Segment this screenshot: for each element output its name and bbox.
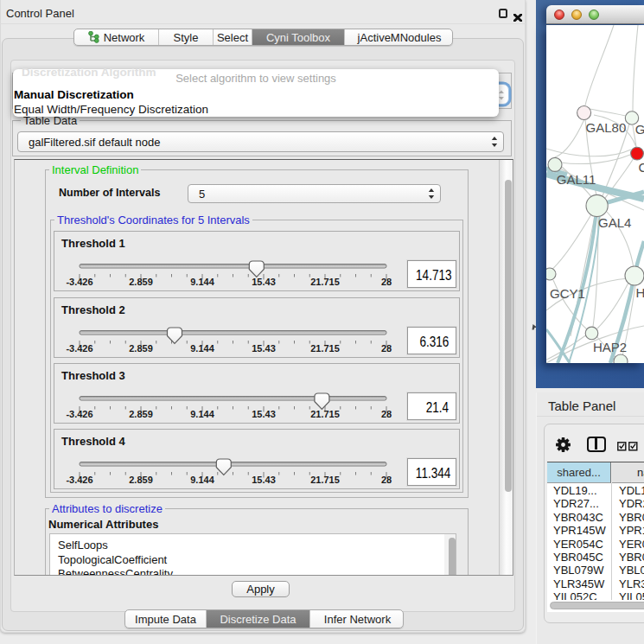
svg-text:C: C xyxy=(638,160,644,175)
svg-text:GAL11: GAL11 xyxy=(557,172,596,187)
svg-text:9.144: 9.144 xyxy=(190,343,214,354)
svg-text:15.43: 15.43 xyxy=(252,475,276,485)
svg-text:28: 28 xyxy=(381,475,392,485)
svg-text:2.859: 2.859 xyxy=(129,475,153,485)
svg-text:GA: GA xyxy=(635,122,644,137)
svg-text:GCY1: GCY1 xyxy=(550,286,585,301)
svg-text:-3.426: -3.426 xyxy=(66,343,92,354)
svg-text:28: 28 xyxy=(381,409,392,419)
svg-text:21.715: 21.715 xyxy=(310,277,340,287)
svg-text:-3.426: -3.426 xyxy=(66,475,92,485)
svg-text:15.43: 15.43 xyxy=(252,343,276,354)
svg-text:-3.426: -3.426 xyxy=(66,277,92,287)
svg-text:GAL80: GAL80 xyxy=(586,120,627,135)
svg-text:28: 28 xyxy=(381,343,392,354)
svg-text:15.43: 15.43 xyxy=(252,409,276,419)
svg-text:9.144: 9.144 xyxy=(190,277,214,287)
svg-text:28: 28 xyxy=(381,277,392,287)
svg-text:21.715: 21.715 xyxy=(310,475,340,485)
svg-text:H: H xyxy=(636,285,644,300)
svg-text:15.43: 15.43 xyxy=(252,277,276,287)
svg-text:2.859: 2.859 xyxy=(129,277,153,287)
svg-text:2.859: 2.859 xyxy=(129,409,153,419)
svg-text:9.144: 9.144 xyxy=(190,475,214,485)
svg-text:21.715: 21.715 xyxy=(310,343,340,354)
svg-text:-3.426: -3.426 xyxy=(66,409,92,419)
svg-text:HAP2: HAP2 xyxy=(593,340,627,354)
svg-text:9.144: 9.144 xyxy=(190,409,214,419)
svg-text:2.859: 2.859 xyxy=(129,343,153,354)
svg-text:GAL4: GAL4 xyxy=(598,215,631,230)
svg-text:21.715: 21.715 xyxy=(310,409,340,419)
